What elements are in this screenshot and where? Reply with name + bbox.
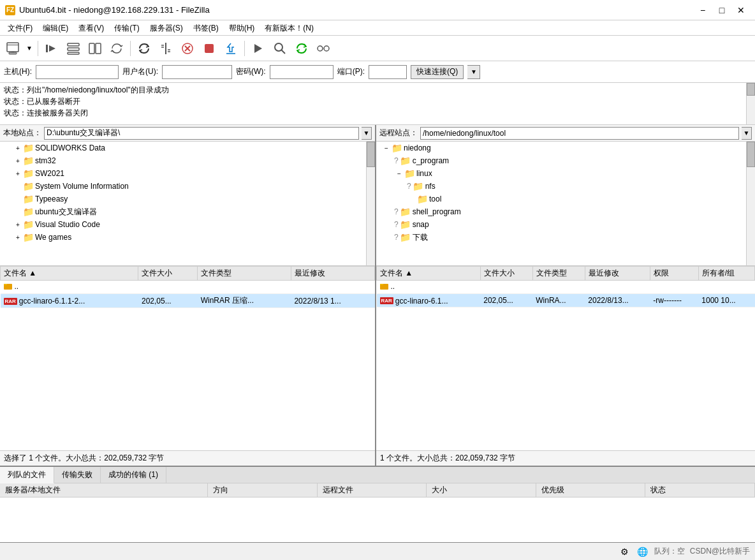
toolbar-site-manager[interactable] xyxy=(3,40,23,57)
toolbar-reconnect[interactable] xyxy=(134,40,154,57)
folder-icon: 📁 xyxy=(413,182,423,191)
close-button[interactable]: ✕ xyxy=(732,3,750,17)
tab-failed-transfers[interactable]: 传输失败 xyxy=(54,467,101,483)
tree-item-c-program[interactable]: ? 📁 c_program xyxy=(376,154,755,167)
toolbar-disconnect[interactable] xyxy=(156,40,176,57)
toolbar-back[interactable] xyxy=(41,40,62,57)
menu-help[interactable]: 帮助(H) xyxy=(224,22,260,34)
remote-col-owner[interactable]: 所有者/组 xyxy=(698,267,754,281)
status-scrollbar[interactable] xyxy=(746,83,755,124)
expand-icon-tool[interactable] xyxy=(407,196,417,203)
tab-queued-files[interactable]: 列队的文件 xyxy=(0,467,54,483)
queue-col-status[interactable]: 状态 xyxy=(645,483,755,497)
menu-update[interactable]: 有新版本！(N) xyxy=(260,22,319,34)
expand-icon-solidworks[interactable]: + xyxy=(13,145,23,152)
expand-icon-ubuntu[interactable] xyxy=(13,209,23,216)
remote-col-name[interactable]: 文件名 ▲ xyxy=(377,267,481,281)
tree-item-nfs[interactable]: ? 📁 nfs xyxy=(376,180,755,193)
remote-tree-scrollbar[interactable] xyxy=(746,142,755,265)
tree-item-sw2021[interactable]: + 📁 SW2021 xyxy=(0,167,375,180)
folder-icon: 📁 xyxy=(23,207,33,216)
toolbar-site-dropdown[interactable]: ▼ xyxy=(24,40,34,57)
tree-item-shell[interactable]: ? 📁 shell_program xyxy=(376,205,755,218)
remote-col-size[interactable]: 文件大小 xyxy=(480,267,532,281)
local-col-date[interactable]: 最近修改 xyxy=(291,267,374,281)
remote-row-gcc[interactable]: RAR gcc-linaro-6.1... 202,05... WinRA...… xyxy=(377,294,755,307)
toolbar-upload[interactable] xyxy=(221,40,241,57)
folder-icon: 📁 xyxy=(23,156,33,165)
remote-path-dropdown[interactable]: ▼ xyxy=(742,127,752,140)
menu-bar: 文件(F) 编辑(E) 查看(V) 传输(T) 服务器(S) 书签(B) 帮助(… xyxy=(0,20,755,36)
toolbar-refresh[interactable] xyxy=(291,40,312,57)
maximize-button[interactable]: □ xyxy=(713,3,731,17)
toolbar-view2[interactable] xyxy=(85,40,105,57)
tree-item-tool[interactable]: 📁 tool xyxy=(376,193,755,205)
remote-col-date[interactable]: 最近修改 xyxy=(585,267,650,281)
question-icon-snap: ? xyxy=(394,220,399,229)
connect-dropdown[interactable]: ▼ xyxy=(467,65,480,79)
toolbar-view1[interactable] xyxy=(63,40,84,57)
menu-edit[interactable]: 编辑(E) xyxy=(38,22,73,34)
status-line-1: 状态：列出"/home/niedong/linux/tool"的目录成功 xyxy=(4,84,751,96)
tree-item-vscode[interactable]: + 📁 Visual Studio Code xyxy=(0,218,375,231)
tree-item-typeeasy[interactable]: 📁 Typeeasy xyxy=(0,193,375,205)
minimize-button[interactable]: − xyxy=(694,3,712,17)
tree-item-snap[interactable]: ? 📁 snap xyxy=(376,218,755,231)
expand-icon-vscode[interactable]: + xyxy=(13,221,23,228)
local-tree-scrollbar[interactable] xyxy=(366,142,375,265)
tree-item-solidworks[interactable]: + 📁 SOLIDWORKS Data xyxy=(0,142,375,154)
tree-item-ubuntu[interactable]: 📁 ubuntu交叉编译器 xyxy=(0,205,375,218)
toolbar-compare[interactable] xyxy=(313,40,334,57)
user-input[interactable] xyxy=(162,65,232,79)
pass-input[interactable] xyxy=(270,65,334,79)
queue-col-size[interactable]: 大小 xyxy=(427,483,536,497)
local-row-dotdot[interactable]: .. xyxy=(1,281,375,294)
tree-item-linux[interactable]: − 📁 linux xyxy=(376,167,755,180)
queue-header: 服务器/本地文件 方向 远程文件 大小 优先级 状态 xyxy=(0,483,755,497)
local-status-text: 选择了 1 个文件。大小总共：202,059,732 字节 xyxy=(4,453,164,464)
local-col-type[interactable]: 文件类型 xyxy=(198,267,291,281)
tree-item-download[interactable]: ? 📁 下载 xyxy=(376,231,755,244)
tree-item-sysvolinfo[interactable]: 📁 System Volume Information xyxy=(0,180,375,193)
local-col-size[interactable]: 文件大小 xyxy=(138,267,198,281)
expand-icon-sysvolinfo[interactable] xyxy=(13,183,23,190)
toolbar-stop[interactable] xyxy=(199,40,219,57)
expand-icon-typeeasy[interactable] xyxy=(13,196,23,203)
expand-icon-sw2021[interactable]: + xyxy=(13,170,23,177)
local-path-input[interactable] xyxy=(44,127,359,140)
toolbar-sync[interactable] xyxy=(106,40,127,57)
queue-col-remote[interactable]: 远程文件 xyxy=(318,483,427,497)
expand-icon-linux[interactable]: − xyxy=(394,170,404,177)
remote-col-type[interactable]: 文件类型 xyxy=(532,267,585,281)
menu-view[interactable]: 查看(V) xyxy=(73,22,109,34)
menu-file[interactable]: 文件(F) xyxy=(3,22,38,34)
quick-connect-button[interactable]: 快速连接(Q) xyxy=(411,65,464,79)
menu-server[interactable]: 服务器(S) xyxy=(145,22,188,34)
toolbar-process-queue[interactable] xyxy=(248,40,268,57)
local-row-gcc[interactable]: RAR gcc-linaro-6.1.1-2... 202,05... WinR… xyxy=(1,294,375,308)
tree-item-niedong[interactable]: − 📁 niedong xyxy=(376,142,755,154)
queue-col-server[interactable]: 服务器/本地文件 xyxy=(0,483,208,497)
svg-rect-18 xyxy=(205,44,214,53)
toolbar-search[interactable] xyxy=(270,40,290,57)
menu-bookmark[interactable]: 书签(B) xyxy=(188,22,224,34)
remote-col-perm[interactable]: 权限 xyxy=(650,267,698,281)
tab-successful-transfers[interactable]: 成功的传输 (1) xyxy=(101,467,166,483)
port-input[interactable] xyxy=(369,65,407,79)
expand-icon-wegames[interactable]: + xyxy=(13,234,23,241)
tree-item-stm32[interactable]: + 📁 stm32 xyxy=(0,154,375,167)
remote-path-input[interactable] xyxy=(420,127,739,140)
host-input[interactable] xyxy=(36,65,119,79)
menu-transfer[interactable]: 传输(T) xyxy=(109,22,144,34)
local-path-dropdown[interactable]: ▼ xyxy=(362,127,372,140)
toolbar-cancel[interactable] xyxy=(177,40,198,57)
queue-col-direction[interactable]: 方向 xyxy=(208,483,318,497)
expand-icon-niedong[interactable]: − xyxy=(381,145,392,152)
bottom-bar: ⚙ 🌐 队列：空 CSDN@比特新手 xyxy=(0,542,755,560)
local-col-name[interactable]: 文件名 ▲ xyxy=(1,267,138,281)
expand-icon-stm32[interactable]: + xyxy=(13,158,23,165)
tree-item-wegames[interactable]: + 📁 We games xyxy=(0,231,375,244)
queue-col-priority[interactable]: 优先级 xyxy=(536,483,646,497)
folder-icon: 📁 xyxy=(400,220,411,229)
remote-row-dotdot[interactable]: .. xyxy=(377,281,755,294)
